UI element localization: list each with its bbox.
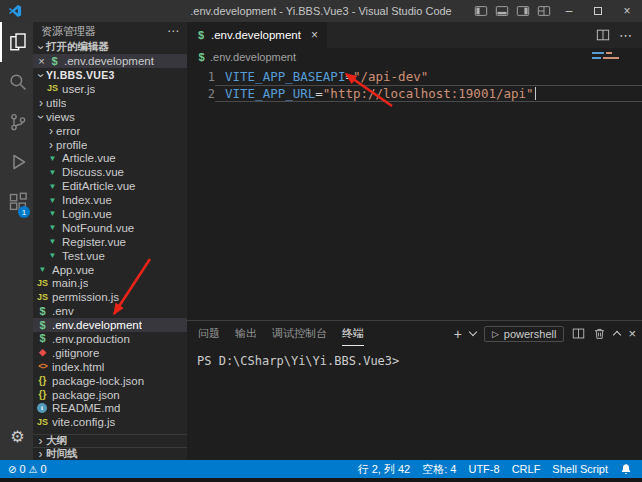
panel-tab-problems[interactable]: 问题: [198, 321, 220, 346]
tree-file-user.js[interactable]: JSuser.js: [33, 82, 187, 96]
new-terminal-icon[interactable]: +: [454, 328, 462, 340]
file-label: Test.vue: [62, 250, 105, 262]
tree-file-Index.vue[interactable]: ▼Index.vue: [33, 193, 187, 207]
tree-file-main.js[interactable]: JSmain.js: [33, 276, 187, 290]
file-label: vite.config.js: [52, 416, 115, 428]
file-label: Index.vue: [62, 194, 112, 206]
close-panel-icon[interactable]: ×: [628, 326, 636, 341]
tree-file-Article.vue[interactable]: ▼Article.vue: [33, 151, 187, 165]
chevron-down-icon[interactable]: [469, 328, 477, 336]
tab-env-development[interactable]: $ .env.development ×: [187, 22, 327, 48]
tree-file-Login.vue[interactable]: ▼Login.vue: [33, 207, 187, 221]
tree-file-EditArticle.vue[interactable]: ▼EditArticle.vue: [33, 179, 187, 193]
tree-file-.env.development[interactable]: $.env.development: [33, 318, 187, 332]
file-label: package.json: [52, 389, 120, 401]
project-section-header[interactable]: › YI.BBS.VUE3: [33, 68, 187, 82]
tree-file-package-lock.json[interactable]: {}package-lock.json: [33, 374, 187, 388]
code-line-2[interactable]: 2VITE_APP_URL="http://localhost:19001/ap…: [187, 85, 642, 102]
tree-file-.gitignore[interactable]: ◆.gitignore: [33, 346, 187, 360]
terminal[interactable]: PS D:\CSharp\Yi\Yi.BBS.Vue3>: [187, 346, 642, 368]
close-icon[interactable]: ×: [36, 55, 47, 67]
chevron-down-icon: ›: [36, 112, 46, 122]
file-label: NotFound.vue: [62, 222, 134, 234]
outline-section[interactable]: › 大纲: [33, 434, 187, 447]
file-label: main.js: [52, 277, 88, 289]
explorer-icon[interactable]: [0, 22, 33, 62]
tree-file-package.json[interactable]: {}package.json: [33, 388, 187, 402]
maximize-button[interactable]: [587, 0, 609, 22]
toggle-secondary-sidebar-icon[interactable]: [516, 4, 530, 18]
code-line-1[interactable]: 1VITE_APP_BASEAPI="/api-dev": [187, 68, 642, 85]
minimize-button[interactable]: –: [558, 0, 580, 22]
title-bar: .env.development - Yi.BBS.Vue3 - Visual …: [0, 0, 642, 22]
gear-glyph: ⚙: [10, 427, 24, 446]
close-window-button[interactable]: ×: [616, 0, 638, 22]
source-control-icon[interactable]: [0, 102, 33, 142]
settings-gear-icon[interactable]: ⚙: [0, 416, 33, 456]
tree-file-README.md[interactable]: iREADME.md: [33, 401, 187, 415]
json-file-icon: {}: [36, 374, 49, 387]
kill-terminal-icon[interactable]: [593, 327, 606, 340]
chevron-right-icon: ›: [36, 98, 46, 108]
shell-selector[interactable]: ▷ powershell: [484, 326, 565, 342]
vue-file-icon: ▼: [46, 221, 59, 234]
js-file-icon: JS: [36, 291, 49, 304]
file-label: Login.vue: [62, 208, 112, 220]
more-actions-icon[interactable]: ⋯: [619, 28, 633, 43]
notifications-bell-icon[interactable]: [620, 463, 632, 475]
open-editors-section[interactable]: › 打开的编辑器: [33, 40, 187, 54]
close-tab-icon[interactable]: ×: [311, 28, 318, 42]
status-eol[interactable]: CRLF: [512, 463, 541, 475]
tree-folder-profile[interactable]: ›profile: [33, 138, 187, 152]
extensions-icon[interactable]: 1: [0, 182, 33, 222]
status-bar: ⊘ 0 ⚠ 0 行 2, 列 42空格: 4UTF-8CRLFShell Scr…: [0, 460, 642, 478]
tree-file-vite.config.js[interactable]: JSvite.config.js: [33, 415, 187, 429]
timeline-section[interactable]: › 时间线: [33, 447, 187, 460]
maximize-panel-icon[interactable]: [613, 331, 621, 339]
status-encoding[interactable]: UTF-8: [468, 463, 499, 475]
tree-file-Register.vue[interactable]: ▼Register.vue: [33, 235, 187, 249]
toggle-sidebar-icon[interactable]: [474, 4, 488, 18]
maximize-icon: [594, 7, 602, 15]
toggle-panel-icon[interactable]: [495, 4, 509, 18]
status-language-mode[interactable]: Shell Script: [552, 463, 608, 475]
panel-tab-debug-console[interactable]: 调试控制台: [272, 321, 327, 346]
tree-file-.env.production[interactable]: $.env.production: [33, 332, 187, 346]
shell-file-icon: $: [36, 305, 49, 318]
file-label: .env.production: [52, 333, 130, 345]
shell-file-icon: $: [196, 29, 206, 42]
panel-tab-output[interactable]: 输出: [235, 321, 257, 346]
open-editors-label: 打开的编辑器: [46, 40, 109, 54]
panel-tab-terminal[interactable]: 终端: [342, 321, 364, 346]
shell-file-icon: $: [197, 51, 206, 64]
tree-file-index.html[interactable]: <>index.html: [33, 360, 187, 374]
breadcrumb-item[interactable]: .env.development: [210, 51, 296, 63]
tree-file-permission.js[interactable]: JSpermission.js: [33, 290, 187, 304]
tab-label: .env.development: [211, 29, 301, 41]
tree-folder-utils[interactable]: ›utils: [33, 96, 187, 110]
editor-area: $ .env.development × ⋯ $ .env.developmen…: [187, 22, 642, 460]
code-editor[interactable]: 1VITE_APP_BASEAPI="/api-dev"2VITE_APP_UR…: [187, 66, 642, 320]
warning-count: 0: [40, 463, 46, 475]
problems-status[interactable]: ⊘ 0 ⚠ 0: [8, 463, 47, 475]
open-editor-item[interactable]: × $ .env.development: [33, 54, 187, 68]
tree-file-Discuss.vue[interactable]: ▼Discuss.vue: [33, 165, 187, 179]
shell-file-icon: $: [36, 319, 49, 332]
status-indentation[interactable]: 空格: 4: [422, 462, 456, 477]
tree-folder-views[interactable]: ›views: [33, 110, 187, 124]
run-debug-icon[interactable]: [0, 142, 33, 182]
tree-folder-error[interactable]: ›error: [33, 124, 187, 138]
split-terminal-icon[interactable]: [572, 327, 585, 340]
tree-file-Test.vue[interactable]: ▼Test.vue: [33, 249, 187, 263]
search-icon[interactable]: [0, 62, 33, 102]
tree-file-App.vue[interactable]: ▼App.vue: [33, 263, 187, 277]
status-cursor-position[interactable]: 行 2, 列 42: [358, 462, 411, 477]
customize-layout-icon[interactable]: [537, 4, 551, 18]
line-number: 2: [187, 87, 215, 101]
more-actions-icon[interactable]: ⋯: [167, 24, 179, 38]
tree-file-.env[interactable]: $.env: [33, 304, 187, 318]
sidebar-title: 资源管理器: [41, 24, 96, 39]
tree-file-NotFound.vue[interactable]: ▼NotFound.vue: [33, 221, 187, 235]
breadcrumb[interactable]: $ .env.development: [187, 48, 642, 66]
split-editor-icon[interactable]: [596, 28, 610, 42]
